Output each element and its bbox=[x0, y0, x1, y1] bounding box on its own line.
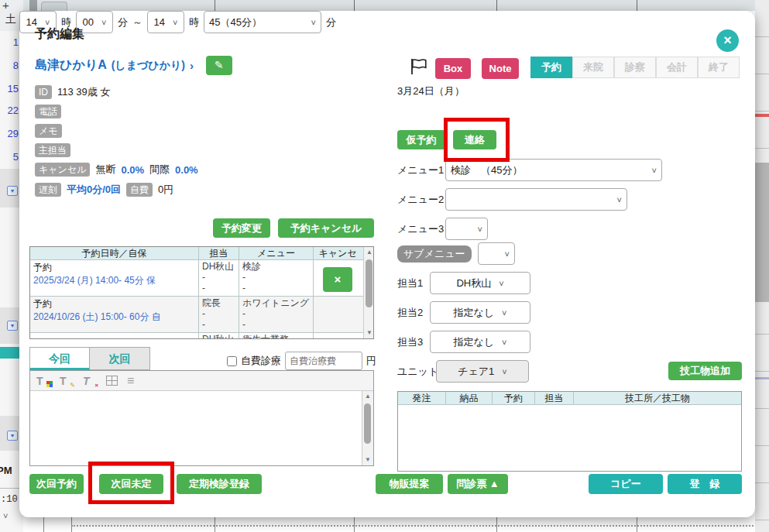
appointment-link[interactable]: 2025/3/24 (月) 14:00- 45分 保 bbox=[33, 274, 195, 287]
unit-select[interactable]: チェア1˅ bbox=[436, 360, 529, 383]
dash: - bbox=[202, 308, 235, 319]
noshow-value: 0.0% bbox=[121, 164, 144, 176]
next-appointment-button[interactable]: 次回予約 bbox=[29, 474, 84, 494]
submenu-select[interactable]: ˅ bbox=[478, 242, 515, 265]
dash: - bbox=[202, 283, 235, 293]
status-tab-reservation[interactable]: 予約 bbox=[530, 57, 572, 78]
staff3-select[interactable]: 指定なし˅ bbox=[430, 331, 530, 353]
menu2-select[interactable]: ˅ bbox=[445, 188, 627, 211]
grid-line bbox=[496, 0, 497, 11]
dropdown-icon[interactable]: ▼ bbox=[7, 431, 18, 441]
scroll-down-icon[interactable]: ▼ bbox=[362, 455, 373, 465]
selfpay-fee-input[interactable] bbox=[285, 352, 362, 370]
menu3-select[interactable]: ˅ bbox=[445, 218, 488, 240]
editor-toolbar: T T✎ T× ≡ bbox=[30, 371, 373, 391]
staff1-label: 担当1 bbox=[397, 276, 423, 290]
chevron-right-icon[interactable]: › bbox=[190, 59, 194, 72]
note-button[interactable]: Note bbox=[482, 58, 519, 79]
chevron-down-icon: ˅ bbox=[173, 18, 177, 27]
lastmin-label: 間際 bbox=[149, 163, 170, 177]
editor-scrollbar[interactable]: ▲ ▼ bbox=[362, 391, 373, 465]
status-tab-done[interactable]: 終了 bbox=[698, 57, 740, 78]
scroll-up-icon[interactable]: ▲ bbox=[362, 392, 373, 401]
menu-name: 衛生士業務 bbox=[242, 334, 310, 339]
staff3-label: 担当3 bbox=[397, 335, 423, 349]
register-button[interactable]: 登 録 bbox=[668, 474, 742, 494]
table-row[interactable]: 予約 2024/10/26 (土) 15:00- 60分 自 院長 - - ホワ… bbox=[30, 296, 373, 332]
scroll-down-icon[interactable]: ▼ bbox=[364, 328, 374, 338]
close-button[interactable]: × bbox=[716, 29, 739, 52]
minute-unit: 分 bbox=[326, 15, 336, 29]
scroll-up-icon[interactable]: ▲ bbox=[364, 248, 374, 257]
status-tab-exam[interactable]: 診察 bbox=[614, 57, 656, 78]
labwork-header-row: 発注 納品 予約 担当 技工所／技工物 bbox=[398, 392, 741, 405]
chevron-down-icon[interactable]: ˅ bbox=[3, 511, 8, 520]
selfpay-badge: 自費 bbox=[126, 183, 153, 197]
end-hour-select[interactable]: 14˅ bbox=[147, 11, 184, 33]
list-icon[interactable]: ≡ bbox=[127, 374, 141, 388]
calendar-date[interactable]: 1 bbox=[0, 36, 19, 48]
insert-table-icon[interactable] bbox=[106, 376, 118, 386]
staff2-select[interactable]: 指定なし˅ bbox=[430, 301, 530, 324]
staff1-select[interactable]: DH秋山˅ bbox=[430, 272, 530, 294]
plus-icon[interactable]: + bbox=[2, 0, 9, 12]
schedule-gray-block bbox=[755, 163, 769, 302]
add-labwork-button[interactable]: 技工物追加 bbox=[668, 362, 742, 380]
patient-name[interactable]: 島津ひかりA bbox=[35, 57, 107, 74]
grid-line bbox=[637, 0, 637, 11]
staff2-label: 担当2 bbox=[397, 306, 423, 320]
status-tab-payment[interactable]: 会計 bbox=[656, 57, 698, 78]
tab-next-visit[interactable]: 次回 bbox=[90, 347, 150, 370]
dropdown-icon[interactable]: ▼ bbox=[7, 186, 18, 196]
memo-badge: メモ bbox=[35, 124, 62, 138]
table-scrollbar[interactable]: ▲ ▼ bbox=[363, 247, 374, 338]
highlight-icon[interactable]: T✎ bbox=[60, 375, 74, 387]
scrollbar-thumb[interactable] bbox=[29, 0, 37, 11]
flag-icon[interactable] bbox=[409, 57, 429, 78]
appointment-history-table: 予約日時／自保 担当 メニュー キャンセル 予約 2025/3/24 (月) 1… bbox=[29, 246, 374, 339]
tab-this-visit[interactable]: 今回 bbox=[29, 347, 90, 370]
periodic-checkup-button[interactable]: 定期検診登録 bbox=[177, 474, 262, 494]
tentative-button[interactable]: 仮予約 bbox=[397, 130, 445, 149]
chevron-down-icon: ˅ bbox=[101, 18, 106, 27]
chevron-down-icon: ˅ bbox=[499, 279, 503, 288]
submenu-badge: サブメニュー bbox=[397, 245, 472, 263]
phone-badge: 電話 bbox=[35, 105, 61, 118]
calendar-date[interactable]: 5 bbox=[0, 151, 19, 163]
clear-format-icon[interactable]: T× bbox=[83, 375, 97, 387]
dropdown-icon[interactable]: ▼ bbox=[7, 321, 18, 331]
cancel-appointment-button[interactable]: 予約キャンセル bbox=[278, 218, 374, 238]
scrollbar-thumb[interactable] bbox=[364, 403, 371, 444]
cancel-x-button[interactable]: × bbox=[323, 267, 352, 292]
goods-proposal-button[interactable]: 物販提案 bbox=[376, 474, 443, 494]
questionnaire-button[interactable]: 問診票 ▲ bbox=[448, 474, 508, 494]
copy-button[interactable]: コピー bbox=[589, 474, 663, 494]
duration-select[interactable]: 45（45分）˅ bbox=[204, 11, 321, 33]
calendar-date[interactable]: 8 bbox=[0, 60, 19, 71]
selfpay-checkbox[interactable] bbox=[227, 356, 237, 366]
status-tab-arrival[interactable]: 来院 bbox=[572, 57, 614, 78]
col-datetime: 予約日時／自保 bbox=[30, 247, 199, 259]
menu1-select[interactable]: 検診 （45分）˅ bbox=[445, 159, 662, 181]
scrollbar-thumb[interactable] bbox=[366, 259, 372, 307]
selfpay-row: 自費診療 円 bbox=[227, 352, 376, 370]
calendar-date[interactable]: 22 bbox=[0, 105, 19, 116]
change-appointment-button[interactable]: 予約変更 bbox=[213, 218, 270, 238]
cancel-stats-row: キャンセル 無断 0.0% 間際 0.0% bbox=[35, 163, 198, 177]
table-row[interactable]: DH秋山 衛生士業務 bbox=[30, 332, 373, 339]
late-badge: 遅刻 bbox=[35, 183, 61, 197]
calendar-date[interactable]: 29 bbox=[0, 128, 19, 139]
appointment-link[interactable]: 2024/10/26 (土) 15:00- 60分 自 bbox=[33, 311, 195, 324]
next-undecided-button[interactable]: 次回未定 bbox=[99, 474, 163, 494]
note-textarea[interactable]: ▲ ▼ bbox=[30, 391, 373, 465]
font-color-icon[interactable]: T bbox=[36, 375, 50, 387]
staff-name: 院長 bbox=[202, 297, 235, 308]
edit-patient-button[interactable]: ✎ bbox=[206, 56, 232, 75]
table-row[interactable]: 予約 2025/3/24 (月) 14:00- 45分 保 DH秋山 - - 検… bbox=[30, 259, 373, 296]
staff-name: DH秋山 bbox=[202, 334, 235, 339]
calendar-date[interactable]: 15 bbox=[0, 83, 19, 94]
box-button[interactable]: Box bbox=[435, 58, 471, 79]
contact-button[interactable]: 連絡 bbox=[453, 130, 496, 149]
late-value: 平均0分/0回 bbox=[67, 183, 121, 197]
pencil-icon: ✎ bbox=[215, 59, 224, 71]
